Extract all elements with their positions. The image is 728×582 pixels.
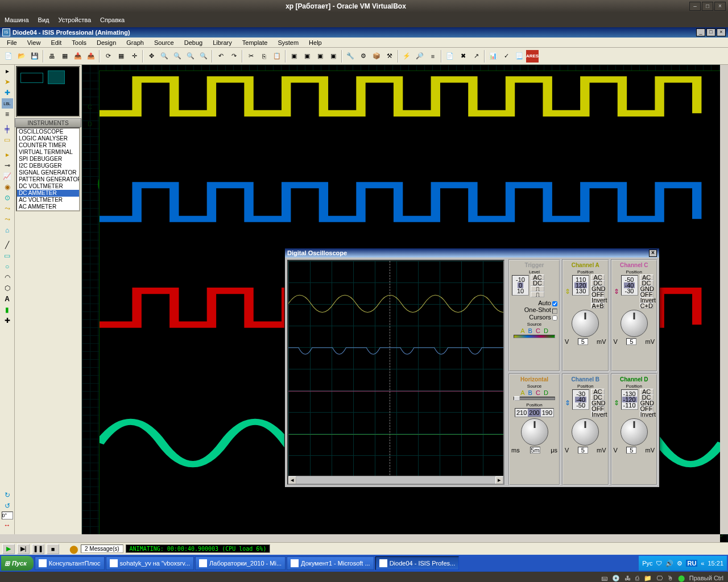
taskbar-item[interactable]: Лабораторки_2010 - Mi... — [195, 556, 286, 570]
menu-help2[interactable]: Help — [304, 39, 326, 47]
print-icon[interactable]: 🖶 — [46, 50, 58, 63]
isis-maximize-button[interactable]: □ — [706, 28, 715, 36]
pause-button[interactable]: ❚❚ — [32, 544, 44, 554]
subcircuit-icon[interactable]: ▭ — [2, 135, 13, 145]
auto-checkbox[interactable] — [552, 301, 557, 306]
open-file-icon[interactable]: 📂 — [15, 50, 28, 63]
taskbar-item[interactable]: Diode04 - ISIS Profes... — [375, 556, 460, 570]
minimize-button[interactable]: – — [689, 2, 701, 11]
probe-i-icon[interactable]: ⤳ — [2, 214, 13, 225]
pick-icon[interactable]: 🔧 — [344, 50, 357, 63]
text-2d-icon[interactable]: A — [2, 294, 13, 304]
oscilloscope-screen[interactable]: ◂ ▸ — [287, 260, 504, 485]
step-button[interactable]: ▶| — [17, 544, 30, 554]
chd-position-dial[interactable]: -130-120-110 — [621, 389, 638, 410]
trigger-edge2-button[interactable]: ⎍ — [531, 292, 544, 297]
line-2d-icon[interactable]: ╱ — [2, 240, 13, 250]
ru-indicator[interactable]: RU — [686, 560, 697, 567]
menu-file[interactable]: File — [2, 39, 22, 47]
menu-devices[interactable]: Устройства — [58, 16, 91, 23]
arc-2d-icon[interactable]: ◠ — [2, 272, 13, 282]
taskbar-item[interactable]: sohatyk_yv на "vboxsrv... — [106, 556, 195, 570]
save-file-icon[interactable]: 💾 — [28, 50, 41, 63]
close-button[interactable]: × — [714, 2, 726, 11]
circle-2d-icon[interactable]: ○ — [2, 261, 13, 272]
menu-view2[interactable]: View — [23, 39, 46, 47]
canvas-scrollbar-v[interactable] — [720, 65, 728, 534]
system-tray[interactable]: Рус 🛡 🔊 ⚙ RU « 15:21 — [639, 556, 727, 571]
vm-shared-icon[interactable]: 📁 — [644, 575, 652, 582]
vm-cd-icon[interactable]: 💿 — [612, 575, 620, 582]
menu-edit[interactable]: Edit — [46, 39, 66, 47]
taskbar-item[interactable]: КонсультантПлюс — [35, 556, 105, 570]
cursors-checkbox[interactable] — [552, 315, 557, 321]
menu-view[interactable]: Вид — [38, 16, 49, 23]
instrument-item[interactable]: AC VOLTMETER — [17, 197, 79, 203]
horizontal-scale-knob[interactable] — [521, 418, 548, 446]
vm-usb-icon[interactable]: ⎙ — [635, 575, 639, 581]
chc-scale-knob[interactable] — [621, 310, 648, 337]
scroll-right-button[interactable]: ▸ — [495, 476, 503, 484]
instruments-list[interactable]: OSCILLOSCOPELOGIC ANALYSERCOUNTER TIMERV… — [16, 127, 80, 211]
probe-v-icon[interactable]: ⤳ — [2, 203, 13, 214]
netlist-icon[interactable]: 📃 — [513, 50, 526, 63]
instruments-icon[interactable]: ⌂ — [2, 225, 13, 235]
path-2d-icon[interactable]: ⬡ — [2, 283, 13, 293]
vm-mouse-icon[interactable]: 🖱 — [667, 575, 673, 581]
undo-icon[interactable]: ↶ — [214, 50, 227, 63]
origin-icon[interactable]: ✛ — [128, 50, 140, 63]
generator-icon[interactable]: ⊙ — [2, 193, 13, 203]
terminal-icon[interactable]: ▸ — [2, 149, 13, 160]
cha-scale-knob[interactable] — [572, 310, 599, 337]
menu-tools[interactable]: Tools — [67, 39, 91, 47]
new-sheet-icon[interactable]: 📄 — [444, 50, 456, 63]
chb-scale-knob[interactable] — [572, 418, 599, 446]
graph-mode-icon[interactable]: 📈 — [2, 171, 13, 181]
property-icon[interactable]: ≡ — [427, 50, 439, 63]
menu-template[interactable]: Template — [238, 39, 272, 47]
oscilloscope-titlebar[interactable]: Digital Oscilloscope × — [285, 248, 659, 257]
trigger-source-slider[interactable] — [514, 335, 555, 338]
package-icon[interactable]: 📦 — [370, 50, 383, 63]
selection-icon[interactable]: ▸ — [2, 66, 13, 76]
instrument-item[interactable]: DC VOLTMETER — [17, 183, 79, 190]
chb-position-dial[interactable]: -30-40-50 — [572, 389, 589, 410]
tray-icon[interactable]: ⚙ — [677, 560, 682, 567]
menu-graph[interactable]: Graph — [122, 39, 148, 47]
refresh-icon[interactable]: ⟳ — [102, 50, 114, 63]
area-icon[interactable]: ▦ — [59, 50, 71, 63]
block-copy-icon[interactable]: ▣ — [288, 50, 300, 63]
block-delete-icon[interactable]: ▣ — [327, 50, 340, 63]
paste-icon[interactable]: 📋 — [271, 50, 283, 63]
grid-icon[interactable]: ▦ — [115, 50, 127, 63]
search-icon[interactable]: 🔎 — [413, 50, 426, 63]
warning-icon[interactable]: ⬤ — [69, 544, 78, 554]
flip-h-icon[interactable]: ↔ — [2, 520, 13, 530]
maximize-button[interactable]: □ — [702, 2, 713, 11]
vm-net-icon[interactable]: 🖧 — [624, 575, 631, 581]
zoom-in-icon[interactable]: 🔍 — [158, 50, 171, 63]
box-2d-icon[interactable]: ▭ — [2, 251, 13, 261]
zoom-area-icon[interactable]: 🔍 — [197, 50, 210, 63]
rotate-ccw-icon[interactable]: ↺ — [2, 501, 13, 511]
wire-autoroute-icon[interactable]: ⚡ — [400, 50, 413, 63]
marker-icon[interactable]: ✚ — [2, 315, 13, 326]
play-button[interactable]: ▶ — [2, 544, 15, 554]
zoom-out-icon[interactable]: 🔍 — [171, 50, 184, 63]
canvas-scrollbar-h[interactable] — [0, 534, 720, 542]
menu-library[interactable]: Library — [208, 39, 237, 47]
bom-icon[interactable]: 📊 — [487, 50, 499, 63]
device-pin-icon[interactable]: ⊸ — [2, 160, 13, 171]
symbol-icon[interactable]: ▮ — [2, 305, 13, 315]
oneshot-button[interactable] — [552, 309, 557, 314]
instrument-item[interactable]: PATTERN GENERATOR — [17, 176, 79, 183]
instrument-item[interactable]: OSCILLOSCOPE — [17, 128, 79, 135]
instrument-item[interactable]: AC AMMETER — [17, 203, 79, 210]
lang-indicator[interactable]: Рус — [642, 560, 652, 567]
menu-debug[interactable]: Debug — [180, 39, 207, 47]
chd-scale-knob[interactable] — [621, 418, 648, 446]
menu-machine[interactable]: Машина — [5, 16, 29, 23]
instrument-item[interactable]: VIRTUAL TERMINAL — [17, 149, 79, 156]
scroll-left-button[interactable]: ◂ — [288, 476, 296, 484]
pan-icon[interactable]: ✥ — [145, 50, 158, 63]
